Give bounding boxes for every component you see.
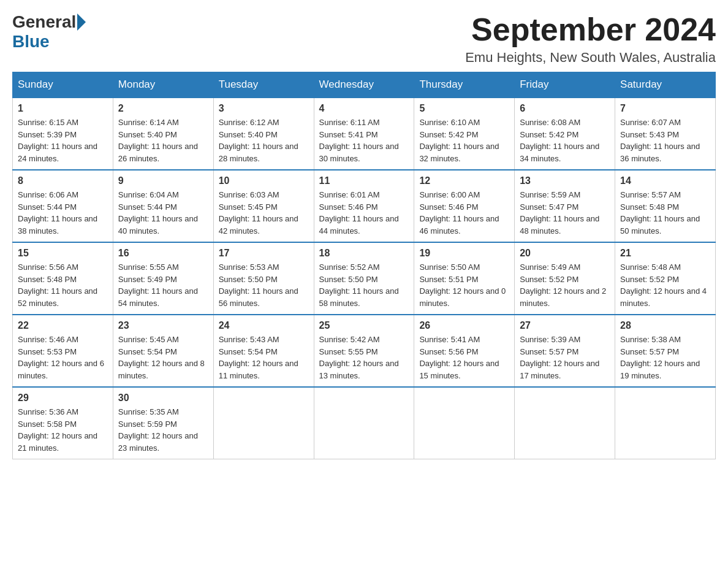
calendar-cell (213, 387, 314, 459)
day-info: Sunrise: 5:53 AM Sunset: 5:50 PM Dayligh… (219, 261, 309, 309)
day-info: Sunrise: 5:38 AM Sunset: 5:57 PM Dayligh… (620, 334, 710, 381)
day-number: 23 (118, 320, 208, 331)
calendar-cell: 27 Sunrise: 5:39 AM Sunset: 5:57 PM Dayl… (515, 315, 615, 387)
day-number: 6 (520, 103, 610, 114)
calendar-cell: 25 Sunrise: 5:42 AM Sunset: 5:55 PM Dayl… (314, 315, 414, 387)
week-row-4: 22 Sunrise: 5:46 AM Sunset: 5:53 PM Dayl… (13, 315, 716, 387)
calendar-cell: 3 Sunrise: 6:12 AM Sunset: 5:40 PM Dayli… (213, 98, 314, 170)
day-number: 5 (419, 103, 509, 114)
day-info: Sunrise: 5:42 AM Sunset: 5:55 PM Dayligh… (319, 334, 409, 381)
calendar-cell: 6 Sunrise: 6:08 AM Sunset: 5:42 PM Dayli… (515, 98, 615, 170)
day-number: 21 (620, 248, 710, 259)
day-info: Sunrise: 5:57 AM Sunset: 5:48 PM Dayligh… (620, 189, 710, 237)
day-number: 7 (620, 103, 710, 114)
day-info: Sunrise: 6:15 AM Sunset: 5:39 PM Dayligh… (18, 117, 108, 164)
day-number: 18 (319, 248, 409, 259)
day-info: Sunrise: 6:03 AM Sunset: 5:45 PM Dayligh… (219, 189, 309, 237)
day-number: 2 (118, 103, 208, 114)
calendar-cell: 15 Sunrise: 5:56 AM Sunset: 5:48 PM Dayl… (13, 242, 113, 315)
day-number: 15 (18, 248, 108, 259)
day-number: 4 (319, 103, 409, 114)
day-info: Sunrise: 6:14 AM Sunset: 5:40 PM Dayligh… (118, 117, 208, 164)
day-info: Sunrise: 5:48 AM Sunset: 5:52 PM Dayligh… (620, 261, 710, 309)
calendar-cell: 10 Sunrise: 6:03 AM Sunset: 5:45 PM Dayl… (213, 170, 314, 242)
day-number: 13 (520, 175, 610, 186)
calendar-cell: 7 Sunrise: 6:07 AM Sunset: 5:43 PM Dayli… (615, 98, 716, 170)
day-number: 29 (18, 393, 108, 404)
day-header-tuesday: Tuesday (213, 72, 314, 98)
calendar-cell: 19 Sunrise: 5:50 AM Sunset: 5:51 PM Dayl… (414, 242, 515, 315)
day-header-saturday: Saturday (615, 72, 716, 98)
logo-general-text: General (12, 12, 76, 32)
calendar-cell (515, 387, 615, 459)
calendar-cell: 18 Sunrise: 5:52 AM Sunset: 5:50 PM Dayl… (314, 242, 414, 315)
day-number: 28 (620, 320, 710, 331)
day-info: Sunrise: 6:11 AM Sunset: 5:41 PM Dayligh… (319, 117, 409, 164)
day-header-sunday: Sunday (13, 72, 113, 98)
day-info: Sunrise: 5:43 AM Sunset: 5:54 PM Dayligh… (219, 334, 309, 381)
day-info: Sunrise: 5:36 AM Sunset: 5:58 PM Dayligh… (18, 406, 108, 454)
day-info: Sunrise: 6:12 AM Sunset: 5:40 PM Dayligh… (219, 117, 309, 164)
week-row-1: 1 Sunrise: 6:15 AM Sunset: 5:39 PM Dayli… (13, 98, 716, 170)
day-info: Sunrise: 6:10 AM Sunset: 5:42 PM Dayligh… (419, 117, 509, 164)
day-number: 3 (219, 103, 309, 114)
day-info: Sunrise: 5:41 AM Sunset: 5:56 PM Dayligh… (419, 334, 509, 381)
day-number: 25 (319, 320, 409, 331)
calendar-cell: 23 Sunrise: 5:45 AM Sunset: 5:54 PM Dayl… (113, 315, 213, 387)
page-header: General Blue September 2024 Emu Heights,… (12, 12, 716, 66)
day-info: Sunrise: 5:56 AM Sunset: 5:48 PM Dayligh… (18, 261, 108, 309)
calendar-cell: 13 Sunrise: 5:59 AM Sunset: 5:47 PM Dayl… (515, 170, 615, 242)
day-number: 22 (18, 320, 108, 331)
day-number: 1 (18, 103, 108, 114)
logo-arrow-icon (77, 13, 86, 31)
logo-blue-text: Blue (12, 32, 50, 52)
day-info: Sunrise: 6:04 AM Sunset: 5:44 PM Dayligh… (118, 189, 208, 237)
day-number: 30 (118, 393, 208, 404)
calendar-cell: 11 Sunrise: 6:01 AM Sunset: 5:46 PM Dayl… (314, 170, 414, 242)
calendar-table: SundayMondayTuesdayWednesdayThursdayFrid… (12, 72, 716, 459)
calendar-cell: 4 Sunrise: 6:11 AM Sunset: 5:41 PM Dayli… (314, 98, 414, 170)
calendar-cell: 9 Sunrise: 6:04 AM Sunset: 5:44 PM Dayli… (113, 170, 213, 242)
day-number: 10 (219, 175, 309, 186)
day-number: 20 (520, 248, 610, 259)
day-number: 27 (520, 320, 610, 331)
day-number: 26 (419, 320, 509, 331)
day-info: Sunrise: 6:00 AM Sunset: 5:46 PM Dayligh… (419, 189, 509, 237)
day-number: 11 (319, 175, 409, 186)
day-info: Sunrise: 5:52 AM Sunset: 5:50 PM Dayligh… (319, 261, 409, 309)
day-number: 9 (118, 175, 208, 186)
day-info: Sunrise: 6:06 AM Sunset: 5:44 PM Dayligh… (18, 189, 108, 237)
days-header-row: SundayMondayTuesdayWednesdayThursdayFrid… (13, 72, 716, 98)
day-info: Sunrise: 5:55 AM Sunset: 5:49 PM Dayligh… (118, 261, 208, 309)
day-info: Sunrise: 6:07 AM Sunset: 5:43 PM Dayligh… (620, 117, 710, 164)
day-header-wednesday: Wednesday (314, 72, 414, 98)
calendar-cell: 26 Sunrise: 5:41 AM Sunset: 5:56 PM Dayl… (414, 315, 515, 387)
calendar-cell: 22 Sunrise: 5:46 AM Sunset: 5:53 PM Dayl… (13, 315, 113, 387)
title-section: September 2024 Emu Heights, New South Wa… (465, 12, 716, 66)
day-info: Sunrise: 6:08 AM Sunset: 5:42 PM Dayligh… (520, 117, 610, 164)
day-number: 24 (219, 320, 309, 331)
calendar-cell: 30 Sunrise: 5:35 AM Sunset: 5:59 PM Dayl… (113, 387, 213, 459)
calendar-cell: 20 Sunrise: 5:49 AM Sunset: 5:52 PM Dayl… (515, 242, 615, 315)
day-number: 16 (118, 248, 208, 259)
logo: General Blue (12, 12, 87, 52)
day-header-friday: Friday (515, 72, 615, 98)
day-info: Sunrise: 5:35 AM Sunset: 5:59 PM Dayligh… (118, 406, 208, 454)
calendar-cell: 21 Sunrise: 5:48 AM Sunset: 5:52 PM Dayl… (615, 242, 716, 315)
day-header-thursday: Thursday (414, 72, 515, 98)
calendar-cell: 17 Sunrise: 5:53 AM Sunset: 5:50 PM Dayl… (213, 242, 314, 315)
calendar-cell: 16 Sunrise: 5:55 AM Sunset: 5:49 PM Dayl… (113, 242, 213, 315)
day-info: Sunrise: 5:45 AM Sunset: 5:54 PM Dayligh… (118, 334, 208, 381)
day-number: 8 (18, 175, 108, 186)
day-number: 19 (419, 248, 509, 259)
calendar-cell: 24 Sunrise: 5:43 AM Sunset: 5:54 PM Dayl… (213, 315, 314, 387)
day-number: 14 (620, 175, 710, 186)
week-row-2: 8 Sunrise: 6:06 AM Sunset: 5:44 PM Dayli… (13, 170, 716, 242)
calendar-cell: 12 Sunrise: 6:00 AM Sunset: 5:46 PM Dayl… (414, 170, 515, 242)
calendar-cell: 1 Sunrise: 6:15 AM Sunset: 5:39 PM Dayli… (13, 98, 113, 170)
day-info: Sunrise: 5:46 AM Sunset: 5:53 PM Dayligh… (18, 334, 108, 381)
day-number: 12 (419, 175, 509, 186)
calendar-cell: 14 Sunrise: 5:57 AM Sunset: 5:48 PM Dayl… (615, 170, 716, 242)
day-number: 17 (219, 248, 309, 259)
calendar-cell: 8 Sunrise: 6:06 AM Sunset: 5:44 PM Dayli… (13, 170, 113, 242)
